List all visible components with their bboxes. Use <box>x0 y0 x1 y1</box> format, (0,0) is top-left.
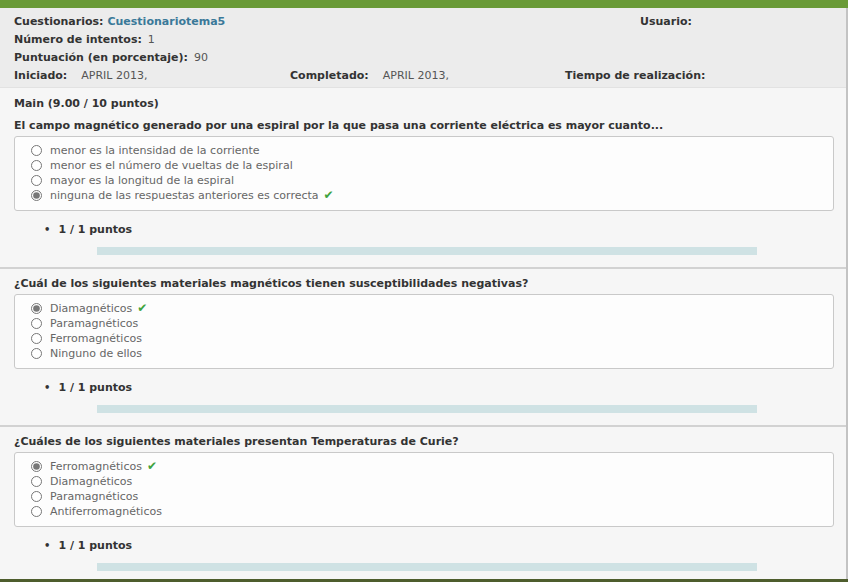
correct-check-icon: ✔ <box>324 188 334 202</box>
score-row: Puntuación (en porcentaje):90 <box>14 49 834 67</box>
quiz-main-content: Main (9.00 / 10 puntos) El campo magnéti… <box>0 97 848 582</box>
answer-option[interactable]: menor es la intensidad de la corriente✔ <box>15 143 833 158</box>
answer-option-label: menor es el número de vueltas de la espi… <box>50 159 293 172</box>
quiz-title-row: Cuestionarios:Cuestionariotema5 Usuario: <box>14 13 834 31</box>
correct-check-icon: ✔ <box>147 459 157 473</box>
score-progress-bar <box>97 563 757 571</box>
options-box: menor es la intensidad de la corriente✔ … <box>14 136 834 211</box>
radio-button[interactable] <box>31 506 42 517</box>
answer-option[interactable]: Paramagnéticos✔ <box>15 489 833 504</box>
duration-label: Tiempo de realización: <box>565 69 705 82</box>
started-value: APRIL 2013, <box>81 69 147 82</box>
radio-button[interactable] <box>31 333 42 344</box>
radio-button[interactable] <box>31 160 42 171</box>
radio-button[interactable] <box>31 303 42 314</box>
points-earned: •1 / 1 puntos <box>44 223 834 237</box>
completed-value: APRIL 2013, <box>383 69 449 82</box>
score-progress-bar <box>97 247 757 255</box>
section-title: Main (9.00 / 10 puntos) <box>14 97 834 111</box>
points-earned: •1 / 1 puntos <box>44 381 834 395</box>
answer-option-label: mayor es la longitud de la espiral <box>50 174 234 187</box>
answer-option-label: Ninguno de ellos <box>50 347 142 360</box>
bullet-icon: • <box>44 382 50 393</box>
answer-option-label: Antiferromagnéticos <box>50 505 162 518</box>
question-divider <box>0 267 848 269</box>
radio-button[interactable] <box>31 348 42 359</box>
answer-option-label: Ferromagnéticos <box>50 332 142 345</box>
radio-button[interactable] <box>31 145 42 156</box>
answer-option-label: ninguna de las respuestas anteriores es … <box>50 189 319 202</box>
score-progress-bar <box>97 405 757 413</box>
radio-button[interactable] <box>31 476 42 487</box>
completed-label: Completado: <box>290 69 369 82</box>
question-text: ¿Cuál de los siguientes materiales magné… <box>14 277 834 290</box>
answer-option-label: menor es la intensidad de la corriente <box>50 144 260 157</box>
answer-option[interactable]: Diamagnéticos✔ <box>15 301 833 316</box>
question-divider <box>0 425 848 427</box>
answer-option[interactable]: Antiferromagnéticos✔ <box>15 504 833 519</box>
score-value: 90 <box>194 51 208 64</box>
question-text: ¿Cuáles de los siguientes materiales pre… <box>14 435 834 448</box>
answer-option-label: Diamagnéticos <box>50 302 132 315</box>
answer-option[interactable]: Ferromagnéticos✔ <box>15 459 833 474</box>
radio-button[interactable] <box>31 461 42 472</box>
question-block-1: El campo magnético generado por una espi… <box>14 119 834 269</box>
answer-option[interactable]: Diamagnéticos✔ <box>15 474 833 489</box>
answer-option[interactable]: Paramagnéticos✔ <box>15 316 833 331</box>
quiz-name-link[interactable]: Cuestionariotema5 <box>107 15 225 28</box>
answer-option[interactable]: Ferromagnéticos✔ <box>15 331 833 346</box>
attempts-value: 1 <box>148 33 155 46</box>
quiz-summary-header: Cuestionarios:Cuestionariotema5 Usuario:… <box>0 8 848 88</box>
started-label: Iniciado: <box>14 69 67 82</box>
dates-row: Iniciado:APRIL 2013, Completado:APRIL 20… <box>14 67 834 85</box>
answer-option[interactable]: menor es el número de vueltas de la espi… <box>15 158 833 173</box>
radio-button[interactable] <box>31 175 42 186</box>
user-label: Usuario: <box>640 13 692 31</box>
top-green-bar <box>0 0 848 8</box>
answer-option[interactable]: Ninguno de ellos✔ <box>15 346 833 361</box>
bullet-icon: • <box>44 540 50 551</box>
points-earned: •1 / 1 puntos <box>44 539 834 553</box>
question-block-3: ¿Cuáles de los siguientes materiales pre… <box>14 435 834 582</box>
correct-check-icon: ✔ <box>137 301 147 315</box>
quiz-label: Cuestionarios: <box>14 15 103 28</box>
answer-option-label: Ferromagnéticos <box>50 460 142 473</box>
radio-button[interactable] <box>31 190 42 201</box>
question-block-2: ¿Cuál de los siguientes materiales magné… <box>14 277 834 427</box>
options-box: Ferromagnéticos✔ Diamagnéticos✔ Paramagn… <box>14 452 834 527</box>
answer-option[interactable]: mayor es la longitud de la espiral✔ <box>15 173 833 188</box>
radio-button[interactable] <box>31 318 42 329</box>
answer-option-label: Paramagnéticos <box>50 317 138 330</box>
answer-option-label: Diamagnéticos <box>50 475 132 488</box>
score-label: Puntuación (en porcentaje): <box>14 51 188 64</box>
question-text: El campo magnético generado por una espi… <box>14 119 834 132</box>
bullet-icon: • <box>44 224 50 235</box>
attempts-row: Número de intentos:1 <box>14 31 834 49</box>
attempts-label: Número de intentos: <box>14 33 142 46</box>
radio-button[interactable] <box>31 491 42 502</box>
answer-option[interactable]: ninguna de las respuestas anteriores es … <box>15 188 833 203</box>
answer-option-label: Paramagnéticos <box>50 490 138 503</box>
options-box: Diamagnéticos✔ Paramagnéticos✔ Ferromagn… <box>14 294 834 369</box>
